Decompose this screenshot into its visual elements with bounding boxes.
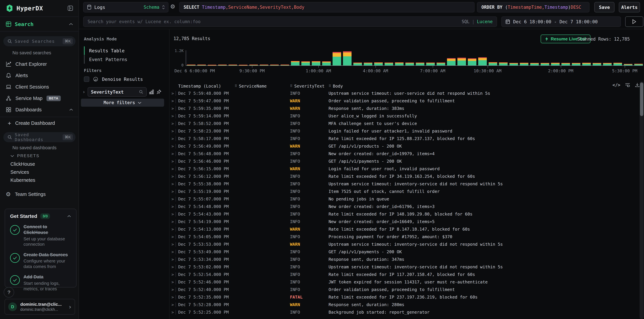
table-row[interactable]: >Dec 7 5:59:48.000 PMINFOUpstream servic… [170, 90, 640, 97]
expand-row-chevron-icon[interactable]: > [170, 129, 176, 133]
histogram-bar[interactable] [322, 61, 331, 66]
help-button[interactable]: ? [4, 287, 14, 298]
presets-toggle[interactable]: PRESETS [10, 153, 40, 158]
table-row[interactable]: >Dec 7 5:55:38.000 PMINFOUpstream servic… [170, 180, 640, 188]
alerts-button[interactable]: Alerts [619, 2, 640, 12]
sidebar-item-service-map[interactable]: Service Map BETA [0, 93, 79, 104]
expand-row-chevron-icon[interactable]: > [170, 91, 176, 96]
expand-row-chevron-icon[interactable]: > [170, 174, 176, 179]
col-severitytext[interactable]: ⠿SeverityText [290, 84, 328, 88]
expand-row-chevron-icon[interactable]: > [170, 152, 176, 156]
vertical-scrollbar[interactable] [640, 81, 644, 319]
histogram-bar[interactable] [312, 61, 320, 66]
histogram-bars[interactable] [187, 51, 643, 66]
orderby-clause-input[interactable]: ORDER BY (TimestampTime, Timestamp) DESC [477, 2, 590, 12]
table-row[interactable]: >Dec 7 5:52:28.000 PMWARNResponse sent, … [170, 301, 640, 309]
event-search-input[interactable]: Search your events w/ Lucene ex. column:… [83, 16, 497, 27]
expand-row-chevron-icon[interactable]: > [170, 114, 176, 118]
expand-row-chevron-icon[interactable]: > [170, 295, 176, 299]
save-button[interactable]: Save [594, 2, 614, 12]
expand-row-chevron-icon[interactable]: > [170, 220, 176, 224]
denoise-checkbox[interactable] [84, 76, 89, 82]
expand-row-chevron-icon[interactable]: > [170, 310, 176, 315]
histogram-bar[interactable] [332, 52, 341, 66]
table-row[interactable]: >Dec 7 5:56:48.000 PMINFONew order creat… [170, 150, 640, 157]
table-row[interactable]: >Dec 7 5:58:52.000 PMINFOMFA challenge s… [170, 120, 640, 127]
expand-row-chevron-icon[interactable]: > [170, 272, 176, 277]
expand-row-chevron-icon[interactable]: > [170, 121, 176, 126]
bar-chart-icon[interactable] [149, 89, 154, 94]
expand-row-chevron-icon[interactable]: > [170, 197, 176, 201]
col-servicename[interactable]: ⠿ServiceName [234, 84, 290, 88]
more-filters-button[interactable]: More filters [81, 99, 164, 107]
table-row[interactable]: >Dec 7 5:54:48.000 PMINFONew order creat… [170, 203, 640, 210]
sidebar-item-alerts[interactable]: Alerts [0, 70, 79, 81]
sidebar-item-search[interactable]: Search [0, 17, 79, 31]
preset-services[interactable]: Services [10, 169, 29, 175]
table-row[interactable]: >Dec 7 5:59:35.000 PMWARNResponse sent, … [170, 105, 640, 112]
preset-clickhouse[interactable]: ClickHouse [10, 161, 35, 167]
table-row[interactable]: >Dec 7 5:56:15.000 PMWARNLogin failed fo… [170, 165, 640, 173]
expand-row-chevron-icon[interactable]: > [170, 106, 176, 111]
expand-row-chevron-icon[interactable]: > [170, 167, 176, 171]
table-row[interactable]: >Dec 7 5:59:14.000 PMINFOUser alice_w lo… [170, 112, 640, 120]
table-row[interactable]: >Dec 7 5:54:43.000 PMINFORate limit exce… [170, 210, 640, 218]
table-row[interactable]: >Dec 7 5:53:49.000 PMINFOGET /api/v1/pay… [170, 248, 640, 256]
table-row[interactable]: >Dec 7 5:54:19.000 PMINFONew order creat… [170, 218, 640, 225]
table-row[interactable]: >Dec 7 5:54:05.000 PMINFOProcessing paym… [170, 233, 640, 241]
create-dashboard-button[interactable]: + Create Dashboard [0, 118, 79, 128]
expand-row-chevron-icon[interactable]: > [170, 212, 176, 216]
collapse-sidebar-icon[interactable] [68, 5, 73, 11]
table-row[interactable]: >Dec 7 5:53:34.000 PMINFOResponse sent, … [170, 256, 640, 263]
table-row[interactable]: >Dec 7 5:52:35.000 PMFATALRate limit exc… [170, 293, 640, 301]
expand-row-chevron-icon[interactable]: > [170, 137, 176, 141]
expand-row-chevron-icon[interactable]: > [170, 265, 176, 269]
histogram-bar[interactable] [458, 58, 466, 66]
expand-row-chevron-icon[interactable]: > [170, 159, 176, 164]
get-started-step-sources[interactable]: Create Data Sources Configure where your… [10, 252, 71, 269]
language-sql-toggle[interactable]: SQL [462, 19, 470, 24]
histogram-bar[interactable] [291, 61, 300, 66]
expand-row-chevron-icon[interactable]: > [170, 99, 176, 103]
saved-searches-input[interactable]: Saved Searches ⌘K [3, 36, 76, 46]
source-settings-gear-icon[interactable]: ⚙ [170, 4, 175, 9]
histogram-bar[interactable] [447, 58, 456, 66]
table-row[interactable]: >Dec 7 5:56:46.000 PMINFOGET /api/v1/pay… [170, 157, 640, 165]
get-started-step-add-data[interactable]: Add Data Start sending logs, metrics, or… [10, 274, 71, 292]
histogram-bar[interactable] [488, 62, 497, 66]
sidebar-item-client-sessions[interactable]: Client Sessions [0, 81, 79, 92]
select-clause-input[interactable]: SELECT Timestamp,ServiceName,SeverityTex… [179, 2, 474, 12]
user-menu[interactable]: D dominic.tran@clic... dominic.tran@clic… [4, 299, 75, 315]
expand-row-chevron-icon[interactable]: > [170, 144, 176, 148]
expand-row-chevron-icon[interactable]: > [170, 182, 176, 186]
get-started-step-connect[interactable]: Connect to ClickHouse Set up your databa… [10, 224, 71, 247]
table-row[interactable]: >Dec 7 5:53:53.000 PMWARNUpstream servic… [170, 241, 640, 248]
facet-search-input[interactable]: SeverityText [88, 87, 147, 97]
table-row[interactable]: >Dec 7 5:58:17.000 PMINFORate limit exce… [170, 135, 640, 142]
col-timestamp[interactable]: Timestamp (Local) [178, 84, 234, 88]
mode-results-table[interactable]: Results Table [84, 46, 164, 55]
histogram-bar[interactable] [343, 51, 352, 66]
expand-row-chevron-icon[interactable]: > [170, 250, 176, 254]
expand-row-chevron-icon[interactable]: > [170, 303, 176, 307]
chevron-up-icon[interactable] [69, 23, 73, 25]
expand-row-chevron-icon[interactable]: > [170, 242, 176, 247]
expand-row-chevron-icon[interactable]: > [170, 204, 176, 209]
histogram-bar[interactable] [468, 58, 476, 66]
expand-row-chevron-icon[interactable]: > [170, 257, 176, 262]
language-lucene-toggle[interactable]: Lucene [477, 19, 493, 24]
table-row[interactable]: >Dec 7 5:53:02.000 PMINFOUpstream servic… [170, 263, 640, 271]
table-row[interactable]: >Dec 7 5:54:13.000 PMWARNRate limit exce… [170, 225, 640, 233]
pin-icon[interactable] [156, 89, 162, 94]
chevron-up-icon[interactable] [67, 215, 71, 217]
preset-kubernetes[interactable]: Kubernetes [10, 177, 35, 183]
sidebar-item-chart-explorer[interactable]: Chart Explorer [0, 59, 79, 69]
table-row[interactable]: >Dec 7 5:52:25.000 PMINFOBackground job … [170, 309, 640, 316]
chevron-right-icon[interactable]: › [82, 89, 85, 94]
date-range-picker[interactable]: Dec 6 18:00:00 - Dec 7 18:00:00 [501, 16, 621, 27]
expand-row-chevron-icon[interactable]: > [170, 227, 176, 232]
drag-handle-icon[interactable]: ⠿ [234, 84, 237, 88]
table-row[interactable]: >Dec 7 5:55:19.000 PMINFOItem 7525 out o… [170, 188, 640, 195]
histogram-bar[interactable] [478, 57, 487, 66]
table-row[interactable]: >Dec 7 5:56:12.000 PMINFORate limit exce… [170, 173, 640, 180]
